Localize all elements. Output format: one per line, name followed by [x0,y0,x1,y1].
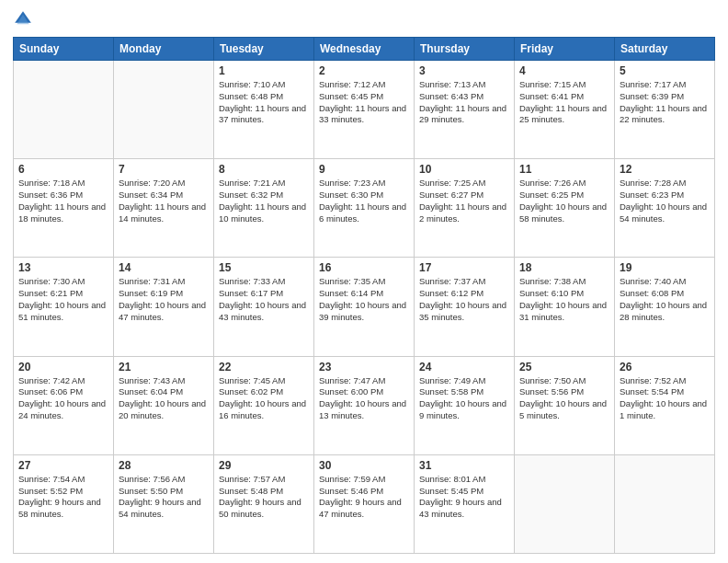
cell-day-number: 29 [219,459,309,472]
cell-4-3: 30Sunrise: 7:59 AM Sunset: 5:46 PM Dayli… [314,454,415,553]
cell-3-1: 21Sunrise: 7:43 AM Sunset: 6:04 PM Dayli… [114,356,214,454]
cell-info: Sunrise: 7:49 AM Sunset: 5:58 PM Dayligh… [419,375,509,422]
cell-1-2: 8Sunrise: 7:21 AM Sunset: 6:32 PM Daylig… [214,159,314,258]
cell-3-5: 25Sunrise: 7:50 AM Sunset: 5:56 PM Dayli… [515,356,615,454]
cell-day-number: 22 [219,361,309,373]
cell-day-number: 3 [419,64,509,77]
cell-1-5: 11Sunrise: 7:26 AM Sunset: 6:25 PM Dayli… [515,159,615,258]
header-day-friday: Friday [515,38,615,61]
cell-day-number: 24 [419,361,509,373]
cell-1-3: 9Sunrise: 7:23 AM Sunset: 6:30 PM Daylig… [314,159,415,258]
cell-info: Sunrise: 7:50 AM Sunset: 5:56 PM Dayligh… [519,375,609,422]
cell-info: Sunrise: 7:43 AM Sunset: 6:04 PM Dayligh… [119,375,209,422]
cell-1-6: 12Sunrise: 7:28 AM Sunset: 6:23 PM Dayli… [615,159,715,258]
cell-day-number: 30 [319,459,409,472]
cell-2-5: 18Sunrise: 7:38 AM Sunset: 6:10 PM Dayli… [515,258,615,356]
cell-day-number: 4 [519,64,609,77]
cell-info: Sunrise: 7:15 AM Sunset: 6:41 PM Dayligh… [519,79,609,126]
cell-info: Sunrise: 7:42 AM Sunset: 6:06 PM Dayligh… [18,375,108,422]
cell-2-3: 16Sunrise: 7:35 AM Sunset: 6:14 PM Dayli… [314,258,415,356]
header-day-tuesday: Tuesday [214,38,314,61]
cell-day-number: 2 [319,64,409,77]
cell-info: Sunrise: 7:35 AM Sunset: 6:14 PM Dayligh… [319,276,409,323]
week-row-3: 20Sunrise: 7:42 AM Sunset: 6:06 PM Dayli… [14,356,715,454]
cell-info: Sunrise: 7:47 AM Sunset: 6:00 PM Dayligh… [319,375,409,422]
cell-day-number: 19 [620,261,710,274]
cell-info: Sunrise: 7:59 AM Sunset: 5:46 PM Dayligh… [319,474,409,521]
cell-day-number: 8 [219,163,309,176]
cell-day-number: 5 [620,64,710,77]
cell-day-number: 27 [18,459,108,472]
cell-1-0: 6Sunrise: 7:18 AM Sunset: 6:36 PM Daylig… [14,159,114,258]
cell-day-number: 14 [119,261,209,274]
cell-0-5: 4Sunrise: 7:15 AM Sunset: 6:41 PM Daylig… [515,61,615,159]
cell-0-6: 5Sunrise: 7:17 AM Sunset: 6:39 PM Daylig… [615,61,715,159]
cell-info: Sunrise: 7:26 AM Sunset: 6:25 PM Dayligh… [519,178,609,224]
cell-day-number: 11 [519,163,609,176]
cell-0-1 [114,61,214,159]
cell-day-number: 20 [18,361,108,373]
cell-3-4: 24Sunrise: 7:49 AM Sunset: 5:58 PM Dayli… [415,356,515,454]
cell-4-5 [515,454,615,553]
cell-2-4: 17Sunrise: 7:37 AM Sunset: 6:12 PM Dayli… [415,258,515,356]
logo-icon [13,9,33,29]
cell-0-2: 1Sunrise: 7:10 AM Sunset: 6:48 PM Daylig… [214,61,314,159]
cell-info: Sunrise: 7:45 AM Sunset: 6:02 PM Dayligh… [219,375,309,422]
cell-day-number: 6 [18,163,108,176]
cell-info: Sunrise: 7:31 AM Sunset: 6:19 PM Dayligh… [119,276,209,323]
week-row-1: 6Sunrise: 7:18 AM Sunset: 6:36 PM Daylig… [14,159,715,258]
cell-4-2: 29Sunrise: 7:57 AM Sunset: 5:48 PM Dayli… [214,454,314,553]
page: SundayMondayTuesdayWednesdayThursdayFrid… [0,0,728,563]
cell-2-0: 13Sunrise: 7:30 AM Sunset: 6:21 PM Dayli… [14,258,114,356]
calendar-header: SundayMondayTuesdayWednesdayThursdayFrid… [14,38,715,61]
cell-info: Sunrise: 7:54 AM Sunset: 5:52 PM Dayligh… [18,474,108,521]
cell-info: Sunrise: 7:17 AM Sunset: 6:39 PM Dayligh… [620,79,710,126]
cell-day-number: 26 [620,361,710,373]
cell-info: Sunrise: 7:52 AM Sunset: 5:54 PM Dayligh… [620,375,710,422]
header-day-monday: Monday [114,38,214,61]
cell-2-6: 19Sunrise: 7:40 AM Sunset: 6:08 PM Dayli… [615,258,715,356]
cell-day-number: 23 [319,361,409,373]
cell-day-number: 12 [620,163,710,176]
cell-info: Sunrise: 7:30 AM Sunset: 6:21 PM Dayligh… [18,276,108,323]
cell-info: Sunrise: 7:38 AM Sunset: 6:10 PM Dayligh… [519,276,609,323]
cell-info: Sunrise: 7:21 AM Sunset: 6:32 PM Dayligh… [219,178,309,224]
header-day-sunday: Sunday [14,38,114,61]
header-day-thursday: Thursday [415,38,515,61]
cell-0-3: 2Sunrise: 7:12 AM Sunset: 6:45 PM Daylig… [314,61,415,159]
cell-day-number: 21 [119,361,209,373]
header-row: SundayMondayTuesdayWednesdayThursdayFrid… [14,38,715,61]
cell-day-number: 13 [18,261,108,274]
header-day-saturday: Saturday [615,38,715,61]
cell-0-4: 3Sunrise: 7:13 AM Sunset: 6:43 PM Daylig… [415,61,515,159]
cell-info: Sunrise: 7:12 AM Sunset: 6:45 PM Dayligh… [319,79,409,126]
week-row-2: 13Sunrise: 7:30 AM Sunset: 6:21 PM Dayli… [14,258,715,356]
week-row-0: 1Sunrise: 7:10 AM Sunset: 6:48 PM Daylig… [14,61,715,159]
cell-day-number: 7 [119,163,209,176]
cell-4-4: 31Sunrise: 8:01 AM Sunset: 5:45 PM Dayli… [415,454,515,553]
cell-4-1: 28Sunrise: 7:56 AM Sunset: 5:50 PM Dayli… [114,454,214,553]
cell-1-1: 7Sunrise: 7:20 AM Sunset: 6:34 PM Daylig… [114,159,214,258]
cell-1-4: 10Sunrise: 7:25 AM Sunset: 6:27 PM Dayli… [415,159,515,258]
cell-info: Sunrise: 7:13 AM Sunset: 6:43 PM Dayligh… [419,79,509,126]
cell-4-6 [615,454,715,553]
cell-info: Sunrise: 7:37 AM Sunset: 6:12 PM Dayligh… [419,276,509,323]
cell-3-6: 26Sunrise: 7:52 AM Sunset: 5:54 PM Dayli… [615,356,715,454]
header [13,9,715,29]
cell-info: Sunrise: 7:28 AM Sunset: 6:23 PM Dayligh… [620,178,710,224]
cell-2-1: 14Sunrise: 7:31 AM Sunset: 6:19 PM Dayli… [114,258,214,356]
cell-2-2: 15Sunrise: 7:33 AM Sunset: 6:17 PM Dayli… [214,258,314,356]
cell-day-number: 25 [519,361,609,373]
calendar-body: 1Sunrise: 7:10 AM Sunset: 6:48 PM Daylig… [14,61,715,554]
header-day-wednesday: Wednesday [314,38,415,61]
cell-3-3: 23Sunrise: 7:47 AM Sunset: 6:00 PM Dayli… [314,356,415,454]
cell-info: Sunrise: 7:40 AM Sunset: 6:08 PM Dayligh… [620,276,710,323]
week-row-4: 27Sunrise: 7:54 AM Sunset: 5:52 PM Dayli… [14,454,715,553]
calendar-table: SundayMondayTuesdayWednesdayThursdayFrid… [13,37,715,554]
cell-day-number: 18 [519,261,609,274]
cell-4-0: 27Sunrise: 7:54 AM Sunset: 5:52 PM Dayli… [14,454,114,553]
cell-day-number: 1 [219,64,309,77]
cell-info: Sunrise: 7:20 AM Sunset: 6:34 PM Dayligh… [119,178,209,224]
cell-day-number: 15 [219,261,309,274]
cell-info: Sunrise: 7:25 AM Sunset: 6:27 PM Dayligh… [419,178,509,224]
